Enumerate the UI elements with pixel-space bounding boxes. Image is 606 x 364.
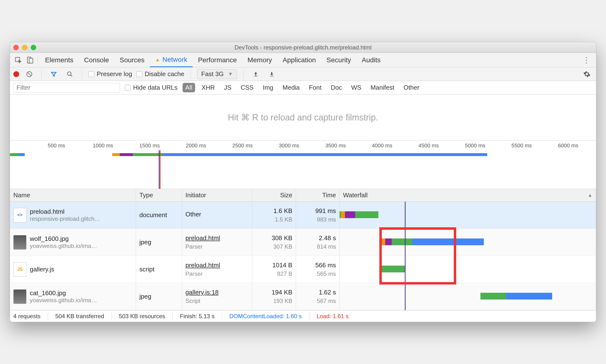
- network-toolbar: Preserve log Disable cache Fast 3G▼: [10, 67, 596, 81]
- filter-type-xhr[interactable]: XHR: [198, 83, 218, 92]
- clear-icon[interactable]: [24, 68, 35, 80]
- status-requests: 4 requests: [13, 313, 40, 320]
- waterfall-cell: [340, 202, 596, 229]
- waterfall-cell: [340, 256, 596, 283]
- status-bar: 4 requests 504 KB transferred 503 KB res…: [10, 310, 596, 322]
- col-size[interactable]: Size: [252, 189, 296, 201]
- timeline-tick: 4500 ms: [418, 143, 439, 149]
- table-row[interactable]: wolf_1600.jpgyoavweiss.github.io/ima…jpe…: [10, 229, 596, 256]
- tab-application[interactable]: Application: [277, 53, 321, 67]
- tab-performance[interactable]: Performance: [193, 53, 242, 67]
- device-mode-icon[interactable]: [24, 54, 36, 66]
- status-transferred: 504 KB transferred: [55, 313, 104, 320]
- timeline-tick: 2500 ms: [232, 143, 252, 149]
- timeline-tick: 500 ms: [48, 143, 65, 149]
- filter-type-media[interactable]: Media: [280, 83, 303, 92]
- tab-security[interactable]: Security: [321, 53, 356, 67]
- tab-sources[interactable]: Sources: [114, 53, 150, 67]
- table-row[interactable]: cat_1600.jpgyoavweiss.github.io/ima…jpeg…: [10, 283, 596, 310]
- filter-type-img[interactable]: Img: [260, 83, 276, 92]
- inspect-icon[interactable]: [12, 54, 24, 66]
- file-icon: [13, 235, 26, 250]
- col-initiator[interactable]: Initiator: [182, 189, 252, 201]
- col-time[interactable]: Time: [296, 189, 340, 201]
- more-options-icon[interactable]: ⋮: [579, 55, 594, 65]
- tab-elements[interactable]: Elements: [40, 53, 79, 67]
- filter-type-all[interactable]: All: [183, 83, 195, 92]
- throttle-select[interactable]: Fast 3G▼: [197, 69, 237, 79]
- file-icon: [13, 289, 26, 304]
- settings-icon[interactable]: [581, 68, 593, 80]
- timeline-tick: 6000 ms: [558, 143, 578, 149]
- filter-bar: Hide data URLs AllXHRJSCSSImgMediaFontDo…: [10, 81, 596, 94]
- titlebar: DevTools - responsive-preload.glitch.me/…: [10, 42, 596, 53]
- panel-tabs: ElementsConsoleSources▲NetworkPerformanc…: [10, 53, 596, 67]
- status-load: Load: 1.61 s: [316, 313, 349, 320]
- file-icon: JS: [13, 262, 26, 277]
- table-row[interactable]: <>preload.htmlresponsive-preload.glitch……: [10, 202, 596, 229]
- filter-type-other[interactable]: Other: [401, 83, 422, 92]
- col-waterfall[interactable]: Waterfall▲: [340, 189, 596, 201]
- svg-rect-6: [270, 76, 273, 76]
- devtools-window: DevTools - responsive-preload.glitch.me/…: [10, 42, 596, 322]
- timeline-tick: 5000 ms: [465, 143, 485, 149]
- overview-timeline[interactable]: 500 ms1000 ms1500 ms2000 ms2500 ms3000 m…: [10, 141, 596, 189]
- status-finish: Finish: 5.13 s: [180, 313, 214, 320]
- highlight-box: [379, 227, 456, 285]
- filter-input[interactable]: [13, 83, 120, 92]
- timeline-tick: 3000 ms: [279, 143, 299, 149]
- chevron-down-icon: ▼: [228, 71, 233, 77]
- waterfall-cell: [340, 229, 596, 256]
- file-icon: <>: [13, 208, 26, 222]
- filter-icon[interactable]: [48, 68, 60, 80]
- tab-console[interactable]: Console: [79, 53, 114, 67]
- table-header: Name Type Initiator Size Time Waterfall▲: [10, 189, 596, 202]
- filter-type-js[interactable]: JS: [221, 83, 234, 92]
- tab-network[interactable]: ▲Network: [150, 53, 193, 67]
- svg-rect-2: [29, 58, 33, 63]
- timeline-tick: 1000 ms: [93, 143, 113, 149]
- filter-type-css[interactable]: CSS: [238, 83, 256, 92]
- timeline-tick: 4000 ms: [372, 143, 392, 149]
- search-icon[interactable]: [64, 68, 76, 80]
- hide-data-urls-checkbox[interactable]: Hide data URLs: [125, 84, 178, 91]
- timeline-tick: 3500 ms: [325, 143, 346, 149]
- timeline-tick: 1500 ms: [139, 143, 160, 149]
- filter-type-manifest[interactable]: Manifest: [368, 83, 397, 92]
- tab-memory[interactable]: Memory: [242, 53, 277, 67]
- record-button[interactable]: [13, 71, 19, 77]
- svg-rect-5: [254, 76, 257, 76]
- download-icon[interactable]: [266, 68, 277, 80]
- window-title: DevTools - responsive-preload.glitch.me/…: [10, 44, 596, 51]
- col-name[interactable]: Name: [10, 189, 136, 201]
- table-row[interactable]: JSgallery.jsscriptpreload.htmlParser1014…: [10, 256, 596, 283]
- svg-point-4: [67, 72, 71, 75]
- preserve-log-checkbox[interactable]: Preserve log: [89, 70, 132, 78]
- filter-type-font[interactable]: Font: [306, 83, 324, 92]
- filter-type-ws[interactable]: WS: [348, 83, 364, 92]
- disable-cache-checkbox[interactable]: Disable cache: [136, 70, 184, 78]
- filter-type-doc[interactable]: Doc: [328, 83, 345, 92]
- status-resources: 503 KB resources: [119, 313, 165, 320]
- waterfall-cell: [340, 283, 596, 310]
- tab-audits[interactable]: Audits: [356, 53, 386, 67]
- status-dcl: DOMContentLoaded: 1.60 s: [229, 313, 302, 320]
- col-type[interactable]: Type: [136, 189, 182, 201]
- timeline-tick: 5500 ms: [512, 143, 532, 149]
- upload-icon[interactable]: [250, 68, 262, 80]
- timeline-tick: 2000 ms: [186, 143, 206, 149]
- filmstrip-hint: Hit ⌘ R to reload and capture filmstrip.: [10, 94, 596, 141]
